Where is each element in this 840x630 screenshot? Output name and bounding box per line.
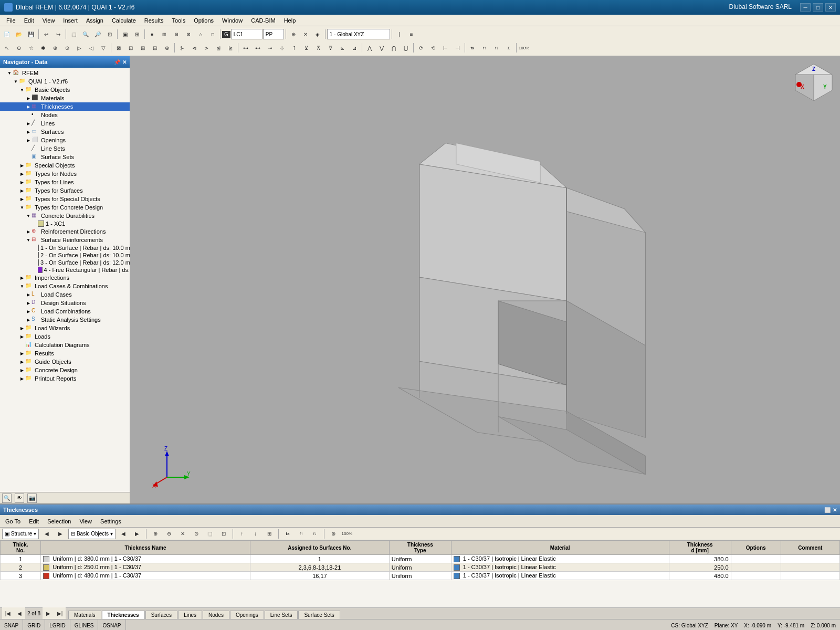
subbar-next-btn[interactable]: ▶ [55,528,66,540]
ds-arrow[interactable]: ▶ [25,300,32,306]
tree-lines[interactable]: ▶ ╱ Lines [0,119,130,128]
tb-c1[interactable]: ⊕ [288,28,299,40]
sub-tb6[interactable]: ⊡ [218,528,229,540]
guide-arrow[interactable]: ▶ [19,359,25,365]
sub-tb8[interactable]: ↓ [250,528,261,540]
btn-view[interactable]: View [76,518,95,525]
cdur-arrow[interactable]: ▼ [25,213,32,219]
tb-open[interactable]: 📂 [13,28,25,40]
loads-arrow[interactable]: ▶ [19,333,25,340]
tnodes-arrow[interactable]: ▶ [19,171,25,177]
lcomb-arrow[interactable]: ▶ [25,308,32,314]
tree-materials[interactable]: ▶ ⬛ Materials [0,94,130,102]
tree-linesets[interactable]: ▶ ╱ Line Sets [0,144,130,153]
imperf-arrow[interactable]: ▶ [19,275,25,281]
table-row[interactable]: 2 Uniform | d: 250.0 mm | 1 - C30/37 2,3… [1,563,840,572]
tab-thicknesses[interactable]: Thicknesses [102,611,145,619]
sreinf-arrow[interactable]: ▼ [25,237,32,243]
tb2-22[interactable]: ⊸ [264,42,276,54]
tb2-5[interactable]: ⊕ [49,42,61,54]
tb2-32[interactable]: ⋂ [388,42,400,54]
tb2-23[interactable]: ⊹ [276,42,288,54]
tconcrete-arrow[interactable]: ▼ [19,204,25,211]
tree-design-sit[interactable]: ▶ D Design Situations [0,299,130,307]
openings-arrow[interactable]: ▶ [25,137,32,143]
tb2-28[interactable]: ⊾ [337,42,348,54]
table-last-btn[interactable]: ▶| [54,607,66,619]
sub-tb2[interactable]: ⊖ [163,528,175,540]
bottom-close-button[interactable]: ✕ [833,507,837,513]
tb-new[interactable]: 📄 [1,28,13,40]
menu-assign[interactable]: Assign [82,16,108,25]
tree-types-special[interactable]: ▶ 📁 Types for Special Objects [0,195,130,203]
tb2-42[interactable]: 100% [518,42,530,54]
tb-loadcase-dropdown[interactable]: LC1 [231,29,262,39]
tab-surfaces[interactable]: Surfaces [145,611,177,619]
print-arrow[interactable]: ▶ [19,375,25,382]
tb2-9[interactable]: ▽ [98,42,109,54]
tb-wire[interactable]: ⊞ [131,28,143,40]
tb-zoom-in[interactable]: 🔍 [80,28,91,40]
lines-arrow[interactable]: ▶ [25,120,32,127]
sub-tb7[interactable]: ↑ [236,528,248,540]
condes-arrow[interactable]: ▶ [19,367,25,373]
status-grid[interactable]: GRID [23,620,45,630]
btn-settings[interactable]: Settings [97,518,124,525]
tree-guide[interactable]: ▶ 📁 Guide Objects [0,358,130,366]
menu-window[interactable]: Window [218,16,247,25]
results-arrow[interactable]: ▶ [19,350,25,356]
tree-types-nodes[interactable]: ▶ 📁 Types for Nodes [0,170,130,178]
tb2-40[interactable]: f↓ [491,42,502,54]
tree-static-anal[interactable]: ▶ S Static Analysis Settings [0,316,130,324]
tb-b1[interactable]: ■ [146,28,158,40]
basic-expand-arrow[interactable]: ▼ [19,87,25,93]
tab-lines[interactable]: Lines [178,611,202,619]
tree-sr1[interactable]: ▶ 1 - On Surface | Rebar | ds: 10.0 m [0,244,130,251]
tree-load-comb[interactable]: ▶ C Load Combinations [0,307,130,316]
tree-concrete-design[interactable]: ▶ 📁 Concrete Design [0,366,130,374]
menu-view[interactable]: View [38,16,59,25]
menu-file[interactable]: File [2,16,20,25]
tb2-41[interactable]: Σ [503,42,514,54]
table-prev-btn[interactable]: ◀ [14,607,25,619]
sub-tb10[interactable]: fx [282,528,293,540]
menu-options[interactable]: Options [190,16,218,25]
nav-eye-button[interactable]: 👁 [15,494,24,503]
tree-surf-reinf[interactable]: ▼ ⊟ Surface Reinforcements [0,236,130,244]
tb2-21[interactable]: ⊷ [252,42,264,54]
tb-zoom-out[interactable]: 🔎 [92,28,103,40]
tab-openings[interactable]: Openings [230,611,264,619]
rdir-arrow[interactable]: ▶ [25,228,32,235]
tb2-24[interactable]: ⊺ [288,42,300,54]
tree-nodes[interactable]: ▶ • Nodes [0,111,130,119]
lc-arrow[interactable]: ▶ [25,291,32,298]
tb-b4[interactable]: ⊠ [183,28,194,40]
tb2-33[interactable]: ⋃ [400,42,412,54]
menu-cadbim[interactable]: CAD-BIM [247,16,279,25]
status-glines[interactable]: GLINES [70,620,99,630]
tb2-3[interactable]: ☆ [25,42,37,54]
tree-special[interactable]: ▶ 📁 Special Objects [0,161,130,170]
tree-loads[interactable]: ▶ 📁 Loads [0,332,130,341]
tb2-12[interactable]: ⊞ [137,42,149,54]
tb2-14[interactable]: ⊛ [161,42,173,54]
tb2-16[interactable]: ⊲ [188,42,200,54]
project-expand-arrow[interactable]: ▼ [13,78,19,85]
tree-rfem[interactable]: ▼ 🏠 RFEM [0,69,130,77]
tb2-38[interactable]: fx [467,42,478,54]
lcc-arrow[interactable]: ▼ [19,283,25,289]
tree-thicknesses[interactable]: ▶ ▦ Thicknesses [0,102,130,111]
tb-redo[interactable]: ↪ [52,28,64,40]
tab-nodes[interactable]: Nodes [203,611,229,619]
tb2-10[interactable]: ⊠ [113,42,124,54]
tb2-34[interactable]: ⟳ [415,42,427,54]
tree-load-cases[interactable]: ▶ L Load Cases [0,290,130,299]
btn-edit[interactable]: Edit [26,518,42,525]
nav-close-button[interactable]: ✕ [122,59,127,65]
nav-pin-button[interactable]: 📌 [114,59,120,65]
tb2-37[interactable]: ⊣ [452,42,463,54]
tb2-31[interactable]: ⋁ [376,42,387,54]
tb2-6[interactable]: ⊙ [61,42,73,54]
tb2-20[interactable]: ⊶ [240,42,251,54]
tb2-30[interactable]: ⋀ [364,42,375,54]
